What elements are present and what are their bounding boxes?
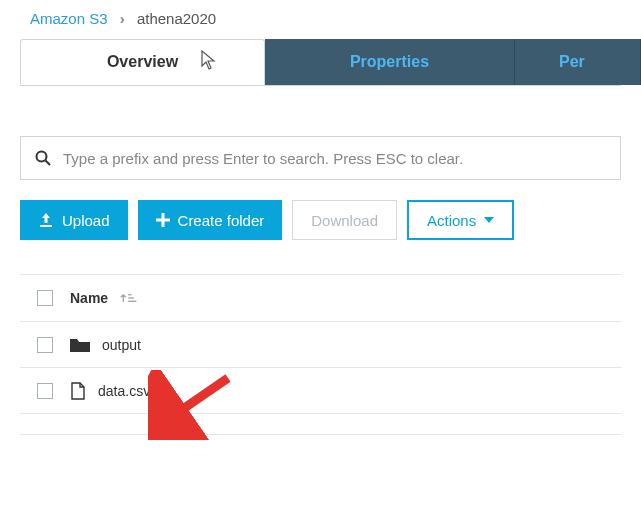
sort-icon [120,291,138,305]
table-row[interactable]: data.csv [20,368,621,414]
tab-label: Overview [107,53,178,71]
file-icon [70,382,86,400]
item-name: data.csv [98,383,150,399]
create-folder-button[interactable]: Create folder [138,200,283,240]
table-row[interactable]: output [20,322,621,368]
tab-permissions[interactable]: Per [515,39,641,85]
object-table: Name [20,274,621,414]
search-input[interactable] [63,150,606,167]
row-checkbox[interactable] [37,337,53,353]
column-label: Name [70,290,108,306]
column-header-name[interactable]: Name [70,290,621,306]
breadcrumb: Amazon S3 › athena2020 [0,0,641,39]
search-icon [35,150,51,166]
upload-icon [38,212,54,228]
svg-point-0 [37,152,47,162]
chevron-right-icon: › [120,10,125,27]
plus-icon [156,213,170,227]
svg-rect-4 [156,219,170,222]
item-name: output [102,337,141,353]
svg-line-1 [46,161,51,166]
tab-bar: Overview Properties Per [20,39,621,86]
breadcrumb-current: athena2020 [137,10,216,27]
cursor-icon [200,50,218,72]
content-area: Upload Create folder Download Actions Na… [0,86,641,455]
search-bar[interactable] [20,136,621,180]
button-label: Create folder [178,212,265,229]
tab-properties[interactable]: Properties [265,39,515,85]
breadcrumb-root-link[interactable]: Amazon S3 [30,10,108,27]
tab-label: Per [559,53,585,71]
button-label: Actions [427,212,476,229]
row-checkbox[interactable] [37,383,53,399]
select-all-checkbox[interactable] [37,290,53,306]
chevron-down-icon [484,217,494,223]
download-button: Download [292,200,397,240]
button-label: Upload [62,212,110,229]
tab-label: Properties [350,53,429,71]
svg-rect-2 [40,225,52,227]
folder-icon [70,337,90,353]
actions-dropdown[interactable]: Actions [407,200,514,240]
divider [20,434,621,435]
upload-button[interactable]: Upload [20,200,128,240]
button-label: Download [311,212,378,229]
table-header: Name [20,274,621,322]
tab-overview[interactable]: Overview [20,39,265,85]
toolbar: Upload Create folder Download Actions [20,200,621,240]
